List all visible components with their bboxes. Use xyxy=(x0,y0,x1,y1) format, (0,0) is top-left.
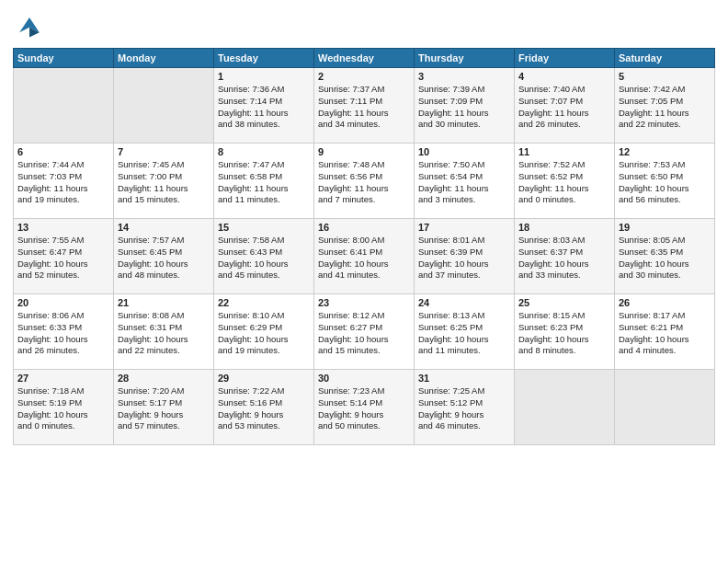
day-number: 21 xyxy=(118,297,210,308)
cell-content: Sunrise: 7:36 AM Sunset: 7:14 PM Dayligh… xyxy=(218,84,310,131)
weekday-header-tuesday: Tuesday xyxy=(214,49,314,68)
calendar-cell: 14Sunrise: 7:57 AM Sunset: 6:45 PM Dayli… xyxy=(114,219,214,294)
calendar-cell: 8Sunrise: 7:47 AM Sunset: 6:58 PM Daylig… xyxy=(214,144,314,219)
calendar-cell: 7Sunrise: 7:45 AM Sunset: 7:00 PM Daylig… xyxy=(114,144,214,219)
cell-content: Sunrise: 7:18 AM Sunset: 5:19 PM Dayligh… xyxy=(17,385,109,432)
weekday-header-monday: Monday xyxy=(114,49,214,68)
day-number: 24 xyxy=(418,297,510,308)
calendar-table: SundayMondayTuesdayWednesdayThursdayFrid… xyxy=(13,48,715,445)
weekday-header-saturday: Saturday xyxy=(615,49,715,68)
day-number: 29 xyxy=(218,373,310,384)
day-number: 22 xyxy=(218,297,310,308)
calendar-cell: 13Sunrise: 7:55 AM Sunset: 6:47 PM Dayli… xyxy=(14,219,114,294)
day-number: 1 xyxy=(218,71,310,82)
day-number: 28 xyxy=(118,373,210,384)
calendar-cell: 18Sunrise: 8:03 AM Sunset: 6:37 PM Dayli… xyxy=(515,219,615,294)
header xyxy=(13,9,715,42)
cell-content: Sunrise: 8:08 AM Sunset: 6:31 PM Dayligh… xyxy=(118,310,210,357)
day-number: 31 xyxy=(418,373,510,384)
day-number: 9 xyxy=(318,146,410,157)
cell-content: Sunrise: 7:40 AM Sunset: 7:07 PM Dayligh… xyxy=(518,84,610,131)
calendar-cell: 24Sunrise: 8:13 AM Sunset: 6:25 PM Dayli… xyxy=(415,294,515,370)
day-number: 6 xyxy=(17,146,109,157)
cell-content: Sunrise: 8:15 AM Sunset: 6:23 PM Dayligh… xyxy=(518,310,610,357)
day-number: 30 xyxy=(318,373,410,384)
calendar-cell: 1Sunrise: 7:36 AM Sunset: 7:14 PM Daylig… xyxy=(214,68,314,144)
logo xyxy=(13,9,50,42)
day-number: 4 xyxy=(518,71,610,82)
day-number: 15 xyxy=(218,222,310,233)
day-number: 16 xyxy=(318,222,410,233)
day-number: 10 xyxy=(418,146,510,157)
calendar-cell: 28Sunrise: 7:20 AM Sunset: 5:17 PM Dayli… xyxy=(114,370,214,445)
day-number: 19 xyxy=(619,222,711,233)
calendar-cell: 25Sunrise: 8:15 AM Sunset: 6:23 PM Dayli… xyxy=(515,294,615,370)
calendar-cell: 21Sunrise: 8:08 AM Sunset: 6:31 PM Dayli… xyxy=(114,294,214,370)
cell-content: Sunrise: 7:48 AM Sunset: 6:56 PM Dayligh… xyxy=(318,159,410,206)
day-number: 20 xyxy=(17,297,109,308)
cell-content: Sunrise: 7:53 AM Sunset: 6:50 PM Dayligh… xyxy=(619,159,711,206)
cell-content: Sunrise: 7:25 AM Sunset: 5:12 PM Dayligh… xyxy=(418,385,510,432)
cell-content: Sunrise: 8:00 AM Sunset: 6:41 PM Dayligh… xyxy=(318,235,410,282)
calendar-cell: 9Sunrise: 7:48 AM Sunset: 6:56 PM Daylig… xyxy=(314,144,415,219)
calendar-cell: 5Sunrise: 7:42 AM Sunset: 7:05 PM Daylig… xyxy=(615,68,715,144)
cell-content: Sunrise: 7:37 AM Sunset: 7:11 PM Dayligh… xyxy=(318,84,410,131)
calendar-cell: 11Sunrise: 7:52 AM Sunset: 6:52 PM Dayli… xyxy=(515,144,615,219)
cell-content: Sunrise: 8:13 AM Sunset: 6:25 PM Dayligh… xyxy=(418,310,510,357)
day-number: 25 xyxy=(518,297,610,308)
cell-content: Sunrise: 7:55 AM Sunset: 6:47 PM Dayligh… xyxy=(17,235,109,282)
cell-content: Sunrise: 8:10 AM Sunset: 6:29 PM Dayligh… xyxy=(218,310,310,357)
cell-content: Sunrise: 7:52 AM Sunset: 6:52 PM Dayligh… xyxy=(518,159,610,206)
calendar-cell: 19Sunrise: 8:05 AM Sunset: 6:35 PM Dayli… xyxy=(615,219,715,294)
day-number: 13 xyxy=(17,222,109,233)
cell-content: Sunrise: 7:39 AM Sunset: 7:09 PM Dayligh… xyxy=(418,84,510,131)
calendar-cell xyxy=(14,68,114,144)
day-number: 26 xyxy=(619,297,711,308)
calendar-cell: 15Sunrise: 7:58 AM Sunset: 6:43 PM Dayli… xyxy=(214,219,314,294)
calendar-cell: 4Sunrise: 7:40 AM Sunset: 7:07 PM Daylig… xyxy=(515,68,615,144)
calendar-cell: 27Sunrise: 7:18 AM Sunset: 5:19 PM Dayli… xyxy=(14,370,114,445)
calendar-cell: 30Sunrise: 7:23 AM Sunset: 5:14 PM Dayli… xyxy=(314,370,415,445)
cell-content: Sunrise: 7:58 AM Sunset: 6:43 PM Dayligh… xyxy=(218,235,310,282)
calendar-cell: 26Sunrise: 8:17 AM Sunset: 6:21 PM Dayli… xyxy=(615,294,715,370)
day-number: 17 xyxy=(418,222,510,233)
cell-content: Sunrise: 7:44 AM Sunset: 7:03 PM Dayligh… xyxy=(17,159,109,206)
day-number: 11 xyxy=(518,146,610,157)
weekday-header-thursday: Thursday xyxy=(415,49,515,68)
calendar-cell: 6Sunrise: 7:44 AM Sunset: 7:03 PM Daylig… xyxy=(14,144,114,219)
calendar-cell: 29Sunrise: 7:22 AM Sunset: 5:16 PM Dayli… xyxy=(214,370,314,445)
day-number: 14 xyxy=(118,222,210,233)
cell-content: Sunrise: 8:17 AM Sunset: 6:21 PM Dayligh… xyxy=(619,310,711,357)
cell-content: Sunrise: 7:45 AM Sunset: 7:00 PM Dayligh… xyxy=(118,159,210,206)
cell-content: Sunrise: 7:22 AM Sunset: 5:16 PM Dayligh… xyxy=(218,385,310,432)
main-container: SundayMondayTuesdayWednesdayThursdayFrid… xyxy=(0,0,728,451)
cell-content: Sunrise: 7:57 AM Sunset: 6:45 PM Dayligh… xyxy=(118,235,210,282)
calendar-cell: 20Sunrise: 8:06 AM Sunset: 6:33 PM Dayli… xyxy=(14,294,114,370)
calendar-cell: 22Sunrise: 8:10 AM Sunset: 6:29 PM Dayli… xyxy=(214,294,314,370)
cell-content: Sunrise: 7:20 AM Sunset: 5:17 PM Dayligh… xyxy=(118,385,210,432)
day-number: 27 xyxy=(17,373,109,384)
logo-icon xyxy=(13,9,46,42)
calendar-cell xyxy=(114,68,214,144)
calendar-cell: 3Sunrise: 7:39 AM Sunset: 7:09 PM Daylig… xyxy=(415,68,515,144)
day-number: 5 xyxy=(619,71,711,82)
calendar-cell xyxy=(615,370,715,445)
day-number: 23 xyxy=(318,297,410,308)
weekday-header-friday: Friday xyxy=(515,49,615,68)
calendar-cell: 16Sunrise: 8:00 AM Sunset: 6:41 PM Dayli… xyxy=(314,219,415,294)
calendar-cell xyxy=(515,370,615,445)
cell-content: Sunrise: 8:12 AM Sunset: 6:27 PM Dayligh… xyxy=(318,310,410,357)
cell-content: Sunrise: 7:23 AM Sunset: 5:14 PM Dayligh… xyxy=(318,385,410,432)
day-number: 12 xyxy=(619,146,711,157)
day-number: 8 xyxy=(218,146,310,157)
cell-content: Sunrise: 7:47 AM Sunset: 6:58 PM Dayligh… xyxy=(218,159,310,206)
cell-content: Sunrise: 8:05 AM Sunset: 6:35 PM Dayligh… xyxy=(619,235,711,282)
cell-content: Sunrise: 7:42 AM Sunset: 7:05 PM Dayligh… xyxy=(619,84,711,131)
cell-content: Sunrise: 8:01 AM Sunset: 6:39 PM Dayligh… xyxy=(418,235,510,282)
cell-content: Sunrise: 8:06 AM Sunset: 6:33 PM Dayligh… xyxy=(17,310,109,357)
day-number: 18 xyxy=(518,222,610,233)
weekday-header-sunday: Sunday xyxy=(14,49,114,68)
cell-content: Sunrise: 7:50 AM Sunset: 6:54 PM Dayligh… xyxy=(418,159,510,206)
cell-content: Sunrise: 8:03 AM Sunset: 6:37 PM Dayligh… xyxy=(518,235,610,282)
day-number: 3 xyxy=(418,71,510,82)
